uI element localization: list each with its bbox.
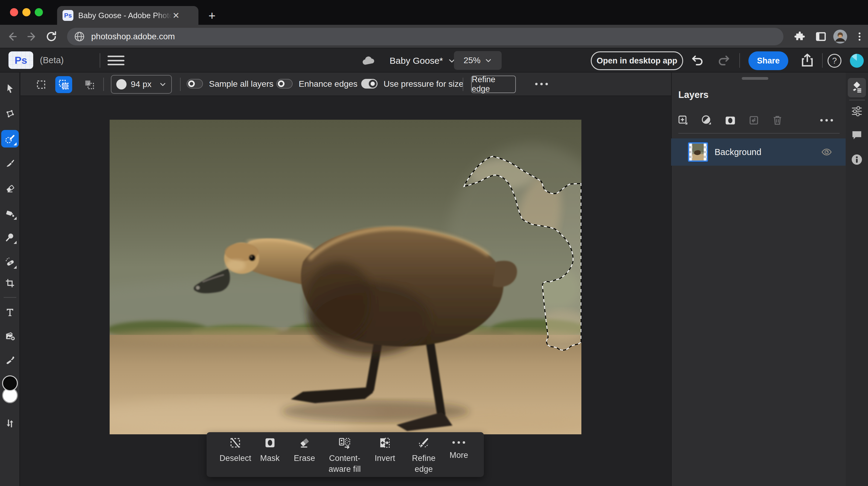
browser-menu-kebab-icon[interactable]: [852, 29, 867, 45]
move-tool[interactable]: [1, 80, 19, 97]
sample-all-layers-toggle[interactable]: [187, 79, 203, 89]
share-button[interactable]: Share: [748, 51, 788, 70]
deselect-button[interactable]: Deselect: [218, 436, 252, 477]
refine-edge-button[interactable]: Refine edge: [471, 76, 516, 93]
quick-selection-tool[interactable]: [1, 130, 19, 147]
more-options-icon[interactable]: [535, 83, 548, 85]
layer-thumbnail[interactable]: [688, 142, 708, 162]
browser-tab[interactable]: Ps Baby Goose - Adobe Photosho ✕: [57, 6, 198, 25]
foreground-color-swatch[interactable]: [2, 375, 18, 391]
forward-icon[interactable]: [24, 29, 40, 45]
zoom-value: 25%: [464, 56, 480, 65]
content-aware-fill-button[interactable]: Content-aware fill: [322, 436, 368, 477]
new-tab-button[interactable]: +: [205, 9, 219, 22]
help-icon[interactable]: ?: [828, 54, 841, 68]
new-selection-mode-icon[interactable]: [33, 76, 50, 93]
account-avatar[interactable]: [849, 53, 864, 68]
document-canvas-goose-photo[interactable]: [110, 120, 581, 434]
back-icon[interactable]: [4, 29, 20, 45]
fill-tool[interactable]: [1, 204, 19, 222]
document-title: Baby Goose*: [390, 56, 443, 66]
layers-panel-divider: [678, 133, 840, 134]
tab-close-icon[interactable]: ✕: [173, 10, 179, 21]
clipping-mask-icon[interactable]: [747, 114, 761, 127]
swap-colors-icon[interactable]: [1, 415, 19, 432]
toolbar-divider: [4, 297, 16, 298]
rail-info-icon[interactable]: [848, 151, 865, 168]
panel-drag-handle[interactable]: [742, 77, 768, 80]
side-panel-icon[interactable]: [813, 29, 829, 45]
eyedropper-tool[interactable]: [1, 352, 19, 369]
enhance-edges-toggle[interactable]: [276, 79, 293, 89]
rail-layers-icon[interactable]: [848, 78, 866, 97]
layer-visibility-eye-icon[interactable]: [821, 146, 832, 158]
crop-tool[interactable]: [1, 275, 19, 292]
macos-minimize-button[interactable]: [22, 8, 31, 16]
more-icon: [453, 441, 465, 444]
undo-icon[interactable]: [690, 53, 705, 68]
open-in-desktop-app-button[interactable]: Open in desktop app: [591, 51, 683, 70]
zoom-level-dropdown[interactable]: 25%: [454, 51, 502, 70]
use-pressure-for-size-label: Use pressure for size: [383, 79, 464, 89]
brush-tool[interactable]: [1, 155, 19, 172]
macos-zoom-button[interactable]: [35, 8, 43, 16]
erase-button[interactable]: Erase: [287, 436, 322, 477]
brush-preview-circle: [116, 79, 127, 89]
extensions-icon[interactable]: [792, 29, 808, 45]
export-share-icon[interactable]: [800, 53, 815, 68]
browser-profile-avatar[interactable]: [832, 29, 848, 45]
tool-flyout-indicator: [13, 142, 17, 145]
subtract-from-selection-mode-icon[interactable]: [81, 76, 98, 93]
photoshop-favicon: Ps: [63, 10, 73, 21]
eraser-tool[interactable]: [1, 179, 19, 197]
healing-remove-tool[interactable]: [1, 253, 19, 271]
tab-title: Baby Goose - Adobe Photosho: [78, 11, 172, 20]
layer-thumbnail-goose: [694, 150, 701, 155]
cloud-sync-icon: [361, 54, 377, 67]
address-bar[interactable]: photoshop.adobe.com: [67, 28, 783, 45]
add-layer-icon[interactable]: [677, 114, 690, 127]
hamburger-menu-icon[interactable]: [107, 53, 124, 68]
document-title-menu[interactable]: Baby Goose*: [390, 56, 456, 66]
redo-icon[interactable]: [716, 53, 731, 68]
mask-label: Mask: [260, 453, 280, 464]
rail-properties-icon[interactable]: [848, 103, 865, 120]
refine-edge-button-context[interactable]: Refine edge: [402, 436, 445, 477]
brush-size-dropdown[interactable]: 94 px: [111, 75, 172, 94]
mask-button[interactable]: Mask: [252, 436, 287, 477]
layers-more-icon[interactable]: [820, 119, 833, 121]
tool-flyout-indicator: [13, 266, 17, 269]
invert-label: Invert: [375, 453, 395, 464]
deselect-label: Deselect: [220, 453, 251, 464]
reload-icon[interactable]: [43, 29, 59, 45]
adjustment-layer-icon[interactable]: [700, 114, 713, 127]
tool-flyout-indicator: [13, 217, 17, 220]
layers-panel-title: Layers: [678, 89, 709, 101]
layer-row-background[interactable]: Background: [671, 138, 846, 166]
add-to-selection-mode-icon[interactable]: [55, 76, 72, 93]
invert-button[interactable]: Invert: [368, 436, 402, 477]
layer-mask-icon[interactable]: [724, 114, 737, 127]
screen: Ps Baby Goose - Adobe Photosho ✕ + photo…: [0, 0, 868, 486]
header-divider: [822, 53, 823, 68]
dodge-burn-tool[interactable]: [1, 228, 19, 246]
use-pressure-for-size-toggle[interactable]: [361, 79, 377, 89]
content-aware-fill-label: Content-aware fill: [322, 453, 368, 475]
macos-close-button[interactable]: [10, 8, 18, 16]
rail-comments-icon[interactable]: [848, 127, 865, 144]
layers-panel: [671, 73, 846, 486]
header-divider: [100, 53, 100, 68]
type-tool[interactable]: [1, 304, 19, 321]
enhance-edges-label: Enhance edges: [299, 79, 358, 89]
more-button[interactable]: More: [445, 436, 472, 477]
place-image-tool[interactable]: [1, 327, 19, 345]
delete-layer-icon[interactable]: [771, 114, 784, 127]
photoshop-logo: Ps: [8, 51, 33, 69]
deselect-icon: [229, 436, 242, 449]
tool-flyout-indicator: [13, 241, 17, 244]
rail-divider: [849, 100, 865, 101]
erase-icon: [298, 436, 311, 449]
transform-selection-tool[interactable]: [1, 105, 19, 123]
brush-size-value: 94 px: [131, 80, 152, 89]
beta-label: (Beta): [40, 55, 64, 65]
